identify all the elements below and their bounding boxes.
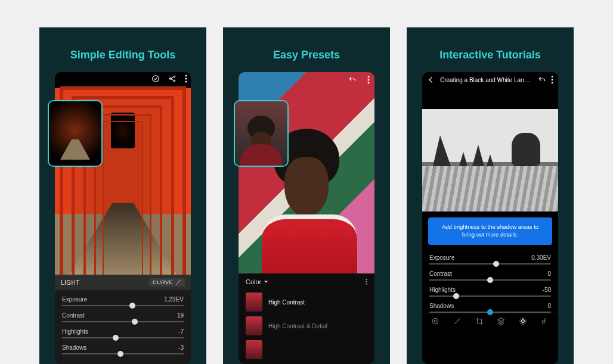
light-panel: LIGHT CURVE Exposure 1.23EV Contrast 19: [55, 275, 191, 364]
svg-point-18: [522, 319, 525, 322]
undo-icon[interactable]: [348, 76, 357, 84]
light-section-label: LIGHT: [61, 279, 80, 286]
share-icon[interactable]: [168, 74, 177, 83]
slider-value: -50: [543, 287, 551, 293]
tool-row: [422, 313, 558, 329]
slider-label: Contrast: [62, 312, 85, 319]
light-icon[interactable]: [519, 317, 527, 325]
phone-tutorials: Creating a Black and White Landsc… Add b…: [422, 72, 558, 364]
panel-easy-presets: Easy Presets Color: [223, 27, 390, 364]
preset-name: High Contrast & Detail: [268, 323, 327, 329]
slider-label: Exposure: [62, 296, 87, 303]
tutorial-tip-banner: Add brightness to the shadow areas to br…: [428, 217, 552, 245]
before-preview-thumbnail[interactable]: [48, 100, 103, 167]
slider-highlights[interactable]: Highlights -50: [422, 287, 558, 297]
svg-point-6: [185, 81, 187, 83]
slider-shadows[interactable]: Shadows 0: [422, 303, 558, 313]
preset-thumb: [246, 316, 262, 335]
slider-label: Highlights: [429, 287, 456, 293]
more-icon[interactable]: [366, 278, 367, 285]
svg-point-16: [435, 320, 437, 322]
preset-category-dropdown[interactable]: Color: [246, 278, 268, 285]
approve-icon[interactable]: [151, 74, 160, 83]
slider-shadows[interactable]: Shadows -3: [55, 344, 191, 354]
svg-point-3: [174, 80, 175, 81]
curve-button[interactable]: CURVE: [149, 278, 185, 287]
panel-title-presets: Easy Presets: [273, 49, 340, 61]
panel-editing-tools: Simple Editing Tools: [39, 27, 206, 364]
svg-point-17: [433, 318, 438, 323]
preset-panel: Color High Contrast High Contrast & Deta…: [239, 273, 374, 364]
slider-value: -7: [178, 328, 184, 335]
light-panel: Exposure 0.30EV Contrast 0 Highlights -5…: [422, 245, 558, 364]
panel-title-tutorials: Interactive Tutorials: [439, 49, 541, 61]
crop-icon[interactable]: [475, 317, 484, 325]
slider-value: 19: [177, 312, 184, 319]
slider-exposure[interactable]: Exposure 1.23EV: [55, 296, 191, 306]
more-icon[interactable]: [551, 76, 553, 84]
slider-label: Shadows: [429, 303, 454, 309]
panel-interactive-tutorials: Interactive Tutorials Creating a Black a…: [407, 27, 574, 364]
svg-point-13: [552, 76, 553, 78]
more-icon[interactable]: [185, 74, 187, 83]
slider-label: Exposure: [429, 254, 454, 261]
adjust-icon[interactable]: [431, 317, 439, 325]
preset-item[interactable]: [239, 338, 374, 362]
slider-highlights[interactable]: Highlights -7: [55, 328, 191, 338]
layers-icon[interactable]: [497, 317, 505, 325]
preset-thumb: [246, 340, 262, 359]
panel-title-editing: Simple Editing Tools: [70, 49, 176, 61]
tutorial-header: Creating a Black and White Landsc…: [422, 72, 558, 88]
svg-point-4: [185, 75, 187, 77]
slider-label: Contrast: [429, 270, 452, 277]
slider-value: 0: [547, 270, 551, 277]
svg-point-5: [185, 78, 187, 80]
undo-icon[interactable]: [538, 76, 546, 84]
thumbnail-image: [49, 101, 101, 166]
preset-item[interactable]: High Contrast & Detail: [239, 314, 374, 338]
svg-point-12: [366, 284, 367, 285]
slider-value: 0.30EV: [531, 254, 551, 261]
tutorial-title: Creating a Black and White Landsc…: [440, 77, 533, 83]
svg-point-7: [368, 76, 370, 78]
svg-point-9: [368, 82, 370, 84]
more-icon[interactable]: [367, 76, 370, 84]
slider-value: 0: [547, 303, 551, 309]
slider-value: -3: [178, 344, 184, 351]
heal-icon[interactable]: [453, 317, 462, 325]
svg-point-15: [552, 82, 553, 84]
back-icon[interactable]: [427, 76, 435, 84]
slider-label: Shadows: [62, 344, 86, 351]
slider-exposure[interactable]: Exposure 0.30EV: [422, 254, 558, 265]
main-photo-landscape[interactable]: [422, 109, 558, 211]
svg-point-10: [366, 279, 367, 280]
preset-thumb: [246, 293, 262, 312]
slider-label: Highlights: [62, 328, 88, 335]
slider-contrast[interactable]: Contrast 0: [422, 270, 558, 281]
svg-point-2: [174, 76, 175, 77]
svg-point-0: [153, 76, 159, 82]
before-preview-thumbnail[interactable]: [234, 100, 289, 167]
svg-point-11: [366, 281, 367, 282]
preset-item[interactable]: High Contrast: [239, 290, 374, 314]
temperature-icon[interactable]: [541, 317, 549, 325]
slider-value: 1.23EV: [164, 296, 184, 303]
slider-contrast[interactable]: Contrast 19: [55, 312, 191, 322]
editing-topbar: [151, 74, 187, 83]
preset-name: High Contrast: [268, 299, 305, 306]
thumbnail-image: [235, 101, 287, 166]
svg-point-1: [169, 78, 171, 79]
svg-point-14: [552, 79, 553, 81]
svg-point-8: [368, 79, 370, 81]
